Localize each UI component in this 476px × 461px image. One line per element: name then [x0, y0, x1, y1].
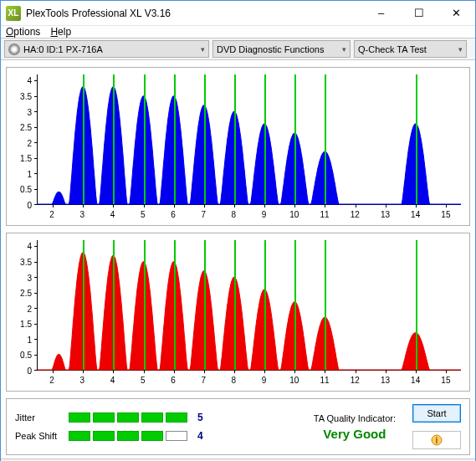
window-controls: – ☐ ✕ — [362, 1, 475, 25]
disc-icon — [8, 44, 20, 55]
jitter-label: Jitter — [15, 412, 62, 423]
indicator-block — [93, 431, 115, 441]
peak-value: 4 — [197, 430, 203, 442]
jitter-blocks — [69, 412, 187, 423]
chevron-down-icon: ▾ — [342, 45, 346, 54]
quality-value: Very Good — [314, 427, 396, 441]
menu-options-label: ptions — [13, 26, 40, 38]
peak-label: Peak Shift — [15, 431, 62, 441]
chevron-down-icon: ▾ — [458, 45, 463, 54]
app-window: XL PlexTools Professional XL V3.16 – ☐ ✕… — [0, 0, 476, 461]
menubar: Options Help — [1, 26, 475, 38]
indicator-block — [69, 412, 90, 423]
metrics-column: Jitter 5 Peak Shift 4 — [15, 412, 203, 442]
minimize-button[interactable]: – — [362, 1, 400, 25]
button-column: Start i — [412, 404, 461, 449]
close-button[interactable]: ✕ — [438, 1, 475, 25]
indicator-block — [69, 431, 90, 441]
lower-chart: 00.511.522.533.54 23456789101112131415 — [6, 233, 470, 392]
info-icon: i — [430, 433, 443, 447]
drive-select[interactable]: HA:0 ID:1 PX-716A ▾ — [4, 40, 209, 58]
content-area: 00.511.522.533.54 23456789101112131415 0… — [1, 60, 475, 458]
indicator-block — [93, 412, 115, 423]
indicator-block — [166, 431, 187, 441]
svg-text:i: i — [436, 436, 438, 445]
start-button[interactable]: Start — [412, 404, 461, 423]
quality-label: TA Quality Indicator: — [314, 413, 396, 423]
indicator-block — [117, 412, 139, 423]
quality-indicator: TA Quality Indicator: Very Good — [314, 413, 396, 441]
indicator-block — [117, 431, 139, 441]
jitter-value: 5 — [197, 412, 203, 423]
window-title: PlexTools Professional XL V3.16 — [26, 8, 362, 19]
menu-help-label: elp — [58, 26, 71, 38]
function-group-value: DVD Diagnostic Functions — [217, 44, 324, 54]
peak-blocks — [69, 431, 187, 441]
indicator-block — [166, 412, 187, 423]
y-axis-labels: 00.511.522.533.54 — [7, 74, 35, 205]
menu-options[interactable]: Options — [6, 26, 40, 38]
chevron-down-icon: ▾ — [201, 45, 205, 54]
menu-help[interactable]: Help — [50, 26, 71, 38]
metrics-panel: Jitter 5 Peak Shift 4 TA Quality Indicat… — [6, 398, 470, 455]
indicator-block — [141, 431, 163, 441]
x-axis-labels: 23456789101112131415 — [37, 374, 461, 391]
plot-area — [37, 240, 461, 371]
x-axis-labels: 23456789101112131415 — [37, 208, 461, 225]
jitter-row: Jitter 5 — [15, 412, 203, 423]
peak-row: Peak Shift 4 — [15, 430, 203, 442]
upper-chart: 00.511.522.533.54 23456789101112131415 — [6, 67, 470, 226]
plot-area — [37, 74, 461, 205]
test-select[interactable]: Q-Check TA Test ▾ — [354, 40, 467, 58]
toolbar: HA:0 ID:1 PX-716A ▾ DVD Diagnostic Funct… — [1, 38, 475, 60]
indicator-block — [141, 412, 163, 423]
y-axis-labels: 00.511.522.533.54 — [7, 240, 35, 371]
test-select-value: Q-Check TA Test — [358, 44, 427, 54]
info-button[interactable]: i — [412, 431, 461, 449]
maximize-button[interactable]: ☐ — [400, 1, 438, 25]
app-icon: XL — [6, 6, 21, 21]
function-group-select[interactable]: DVD Diagnostic Functions ▾ — [212, 40, 351, 58]
drive-select-value: HA:0 ID:1 PX-716A — [23, 44, 103, 54]
titlebar: XL PlexTools Professional XL V3.16 – ☐ ✕ — [1, 1, 475, 26]
